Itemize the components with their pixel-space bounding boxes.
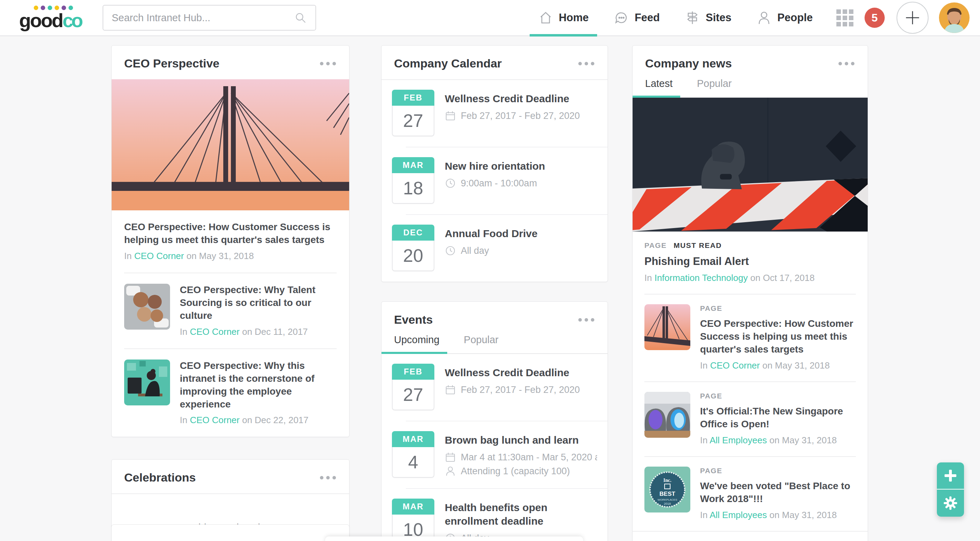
card-menu-icon[interactable] [319, 474, 337, 482]
news-channel-link[interactable]: All Employees [710, 510, 767, 520]
news-item[interactable]: Inc. BEST WORKPLACES 2018 PAGE We've bee… [644, 456, 856, 531]
article-item[interactable]: CEO Perspective: How Customer Success is… [124, 210, 337, 272]
bridge-hero-image[interactable] [111, 79, 349, 210]
event-title: Brown bag lunch and learn [445, 433, 597, 447]
event-row[interactable]: FEB 27 Wellness Credit Deadline Feb 27, … [382, 354, 608, 421]
news-channel-link[interactable]: All Employees [710, 435, 767, 446]
nav-item-sites[interactable]: Sites [681, 0, 735, 36]
news-channel-link[interactable]: CEO Corner [710, 360, 760, 371]
date-tile: MAR 18 [392, 157, 434, 204]
must-read-label: MUST READ [674, 241, 722, 250]
bottom-popup-partial [325, 536, 583, 541]
logo-text-co: co [63, 10, 81, 31]
people-icon [756, 10, 772, 25]
notifications-badge[interactable]: 5 [865, 8, 885, 28]
person-icon [445, 466, 456, 477]
page-label: PAGE [700, 392, 722, 400]
article-item[interactable]: CEO Perspective: Why Talent Sourcing is … [124, 272, 337, 348]
date-tile: MAR 10 [392, 499, 434, 541]
ceo-perspective-card: CEO Perspective CEO Perspective: How Cus… [111, 45, 350, 437]
top-navigation-bar: goodco Home Feed Site [0, 0, 980, 36]
calendar-event-row[interactable]: DEC 20 Annual Food Drive All day [406, 214, 608, 282]
calendar-event-row[interactable]: MAR 18 New hire orientation 9:00am - 10:… [406, 147, 608, 214]
article-title: CEO Perspective: Why this intranet is th… [180, 360, 337, 411]
card-menu-icon[interactable] [578, 316, 595, 324]
tab-popular[interactable]: Popular [464, 331, 499, 353]
nav-item-people[interactable]: People [753, 0, 816, 36]
clock-icon [445, 178, 456, 189]
article-title: CEO Perspective: How Customer Success is… [124, 221, 337, 247]
phishing-hero-image[interactable] [633, 98, 868, 232]
card-title: Celebrations [124, 471, 196, 484]
floating-action-buttons [937, 462, 964, 517]
news-title: CEO Perspective: How Customer Success is… [700, 317, 856, 356]
bridge-photo [644, 304, 690, 350]
sites-icon [685, 10, 700, 25]
office-pods-photo [644, 392, 690, 438]
event-title: Wellness Credit Deadline [445, 92, 580, 105]
gear-icon [943, 496, 958, 511]
goodco-logo[interactable]: goodco [19, 6, 81, 30]
news-title: We've been voted "Best Place to Work 201… [700, 480, 856, 506]
nav-label: Feed [635, 11, 660, 24]
search-box[interactable] [103, 5, 316, 30]
page-label: PAGE [700, 466, 722, 475]
card-menu-icon[interactable] [319, 60, 337, 67]
news-item[interactable]: PAGE CEO Perspective: How Customer Succe… [644, 294, 856, 382]
calendar-icon [445, 110, 456, 121]
company-news-card: Company news Latest Popular [632, 45, 868, 541]
article-title: CEO Perspective: Why Talent Sourcing is … [180, 284, 337, 322]
svg-text:2018: 2018 [664, 502, 671, 506]
feed-icon [614, 10, 629, 25]
fab-add-button[interactable] [937, 462, 964, 490]
svg-text:Inc.: Inc. [663, 478, 671, 483]
clock-icon [445, 245, 456, 256]
news-title: Phishing Email Alert [644, 255, 856, 269]
svg-text:WORKPLACES: WORKPLACES [658, 498, 677, 501]
card-title: Company Calendar [394, 57, 502, 70]
avatar-image [939, 2, 970, 33]
fab-settings-button[interactable] [937, 490, 964, 517]
page-label: PAGE [700, 304, 722, 313]
nav-item-feed[interactable]: Feed [610, 0, 663, 36]
events-card: Events Upcoming Popular FEB 27 Wellness … [381, 301, 608, 541]
nav-item-home[interactable]: Home [535, 0, 592, 36]
article-channel-link[interactable]: CEO Corner [190, 326, 240, 337]
search-icon [294, 11, 307, 24]
date-tile: FEB 27 [392, 364, 434, 410]
event-title: Health benefits open enrollment deadline [445, 501, 597, 528]
news-title: It's Official:The New Singapore Office i… [700, 405, 856, 431]
company-calendar-card: Company Calendar FEB 27 Wellness Credit … [381, 45, 608, 282]
middle-column: Company Calendar FEB 27 Wellness Credit … [381, 45, 608, 541]
tab-latest[interactable]: Latest [645, 75, 673, 97]
card-title: Company news [645, 57, 732, 70]
create-button[interactable] [897, 2, 929, 34]
article-channel-link[interactable]: CEO Corner [190, 415, 240, 425]
best-workplaces-badge: Inc. BEST WORKPLACES 2018 [644, 466, 690, 512]
plus-icon [943, 468, 958, 483]
event-title: Annual Food Drive [445, 227, 538, 240]
nav-label: Home [559, 11, 589, 24]
news-item[interactable]: PAGE It's Official:The New Singapore Off… [644, 382, 856, 456]
logo-text-good: good [19, 10, 63, 31]
search-input[interactable] [111, 12, 294, 24]
calendar-icon [445, 384, 456, 395]
event-row[interactable]: MAR 4 Brown bag lunch and learn Mar 4 at… [406, 421, 608, 488]
news-item[interactable]: PAGE MUST READ Phishing Email Alert In I… [644, 232, 856, 294]
home-icon [538, 10, 553, 25]
page-label: PAGE [644, 241, 667, 250]
tab-upcoming[interactable]: Upcoming [394, 331, 439, 353]
article-item[interactable]: CEO Perspective: Why this intranet is th… [124, 348, 337, 437]
nav-label: People [777, 11, 813, 24]
card-title: Events [394, 313, 433, 326]
apps-grid-icon[interactable] [836, 10, 853, 26]
left-column: CEO Perspective CEO Perspective: How Cus… [111, 45, 350, 541]
card-menu-icon[interactable] [838, 60, 855, 67]
news-channel-link[interactable]: Information Technology [654, 272, 748, 283]
article-channel-link[interactable]: CEO Corner [134, 251, 184, 261]
calendar-event-row[interactable]: FEB 27 Wellness Credit Deadline Feb 27, … [382, 80, 608, 147]
card-menu-icon[interactable] [578, 60, 595, 67]
tab-popular[interactable]: Popular [697, 75, 732, 97]
event-row[interactable]: MAR 10 Health benefits open enrollment d… [406, 488, 608, 541]
user-avatar[interactable] [939, 2, 970, 33]
